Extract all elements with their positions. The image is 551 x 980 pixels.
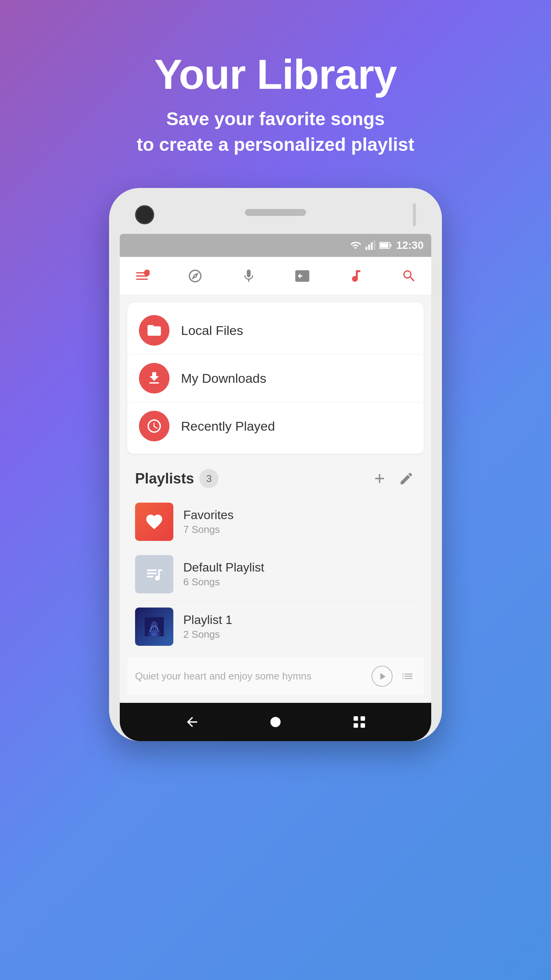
playlists-count: 3 [199, 469, 218, 488]
playlist-1[interactable]: Playlist 1 2 Songs [131, 601, 420, 653]
download-icon [146, 370, 162, 386]
back-button[interactable] [181, 710, 204, 733]
playlist-default[interactable]: Default Playlist 6 Songs [131, 548, 420, 601]
queue-icon [401, 670, 414, 683]
page-subtitle: Save your favorite songs to create a per… [137, 106, 414, 157]
playlist-favorites[interactable]: Favorites 7 Songs [131, 496, 420, 548]
playlist1-thumbnail [135, 608, 173, 646]
playlist1-name: Playlist 1 [183, 613, 232, 627]
favorites-info: Favorites 7 Songs [183, 508, 234, 536]
playlists-header: Playlists 3 [131, 469, 420, 488]
local-files-icon-circle [139, 315, 170, 346]
favorites-songs: 7 Songs [183, 524, 234, 536]
svg-point-7 [144, 270, 150, 276]
folder-icon [146, 322, 162, 338]
clock-icon [146, 418, 162, 434]
microphone-button[interactable] [238, 265, 259, 286]
discover-button[interactable] [185, 265, 206, 286]
speaker [245, 209, 306, 216]
app-nav-bar [120, 257, 431, 295]
recents-button[interactable] [348, 710, 371, 733]
local-files-label: Local Files [181, 323, 243, 338]
wifi-icon [350, 240, 361, 251]
phone-screen: 12:30 [120, 234, 431, 703]
status-icons [350, 240, 391, 251]
mini-player-play-button[interactable] [372, 666, 393, 687]
svg-rect-0 [366, 247, 368, 250]
default-songs: 6 Songs [183, 576, 264, 588]
default-thumbnail [135, 555, 173, 593]
harp-visual [145, 617, 164, 636]
mini-player[interactable]: Quiet your heart and enjoy some hymns [127, 657, 424, 695]
favorites-name: Favorites [183, 508, 234, 522]
recently-played-icon-circle [139, 411, 170, 441]
add-playlist-button[interactable] [370, 469, 389, 488]
svg-rect-18 [360, 716, 365, 721]
phone-bottom-nav [120, 703, 431, 741]
favorites-thumbnail [135, 503, 173, 541]
svg-rect-1 [368, 245, 370, 250]
play-icon [377, 671, 388, 682]
status-time: 12:30 [396, 239, 424, 252]
phone-top [120, 199, 431, 234]
playlists-title-area: Playlists 3 [135, 469, 218, 488]
svg-point-15 [149, 630, 160, 633]
local-files-item[interactable]: Local Files [127, 307, 424, 354]
page-title: Your Library [137, 50, 414, 98]
svg-rect-5 [390, 244, 391, 247]
my-downloads-label: My Downloads [181, 371, 266, 386]
mini-player-queue-button[interactable] [399, 668, 416, 685]
music-button[interactable] [345, 265, 366, 286]
home-button[interactable] [264, 710, 287, 733]
queue-music-icon [145, 565, 164, 584]
default-name: Default Playlist [183, 560, 264, 575]
recently-played-label: Recently Played [181, 419, 275, 434]
svg-rect-2 [371, 242, 373, 250]
battery-icon [379, 242, 391, 249]
recently-played-item[interactable]: Recently Played [127, 402, 424, 450]
signal-icon [365, 240, 375, 251]
svg-rect-3 [374, 241, 376, 250]
phone-mockup: 12:30 [109, 188, 442, 741]
svg-point-16 [271, 717, 281, 727]
header-section: Your Library Save your favorite songs to… [137, 50, 414, 157]
playlists-title: Playlists [135, 470, 194, 487]
svg-rect-17 [354, 716, 358, 721]
camera [135, 205, 154, 224]
default-info: Default Playlist 6 Songs [183, 560, 264, 588]
side-button [413, 203, 416, 226]
playlist1-songs: 2 Songs [183, 629, 232, 640]
edit-playlists-button[interactable] [397, 469, 416, 488]
content-area: Local Files My Downloads Recently Played [120, 295, 431, 703]
svg-rect-19 [354, 724, 358, 728]
search-button[interactable] [399, 265, 420, 286]
playlists-actions [370, 469, 416, 488]
my-downloads-item[interactable]: My Downloads [127, 354, 424, 402]
video-button[interactable] [292, 265, 313, 286]
menu-button[interactable] [131, 265, 152, 286]
playlists-section: Playlists 3 [127, 461, 424, 657]
svg-rect-6 [380, 243, 388, 248]
status-bar: 12:30 [120, 234, 431, 257]
playlist1-info: Playlist 1 2 Songs [183, 613, 232, 640]
my-downloads-icon-circle [139, 363, 170, 394]
library-card: Local Files My Downloads Recently Played [127, 303, 424, 454]
svg-rect-20 [360, 724, 365, 728]
heart-icon [145, 512, 164, 531]
mini-player-text: Quiet your heart and enjoy some hymns [135, 670, 365, 682]
